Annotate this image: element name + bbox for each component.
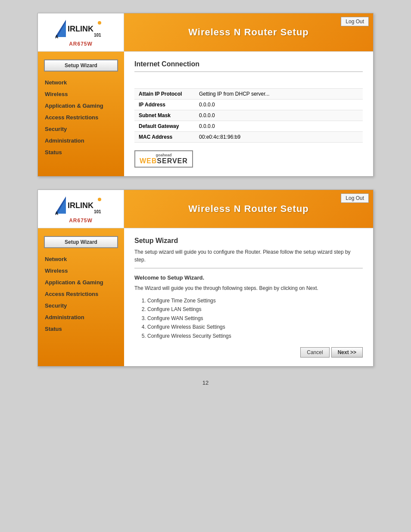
header-title: Wireless N Router Setup	[188, 27, 309, 38]
svg-point-3	[98, 21, 101, 25]
row-label: Default Gateway	[134, 121, 195, 132]
header-title-area-2: Log Out Wireless N Router Setup	[124, 190, 373, 228]
next-button[interactable]: Next >>	[331, 347, 363, 358]
panel-2-body: Setup Wizard Network Wireless Applicatio…	[38, 228, 373, 366]
airlink-logo: IRLINK 101 A	[53, 18, 109, 39]
row-value: 0.0.0.0	[195, 110, 363, 121]
svg-text:101: 101	[94, 209, 101, 214]
sidebar-2-security[interactable]: Security	[38, 300, 124, 311]
wizard-step-2: Configure LAN Settings	[147, 305, 363, 314]
setup-wizard-btn[interactable]: Setup Wizard	[44, 59, 118, 72]
wizard-steps-list: Configure Time Zone Settings Configure L…	[134, 296, 363, 340]
svg-text:101: 101	[94, 33, 101, 37]
panel-1-header: IRLINK 101 A AR675W Log Out Wireless N R…	[38, 13, 373, 52]
row-label: IP Address	[134, 100, 195, 110]
sidebar-item-admin[interactable]: Administration	[38, 135, 124, 146]
wizard-step-5: Configure Wireless Security Settings	[147, 332, 363, 340]
goahead-label: goahead	[140, 153, 188, 157]
wizard-description: The setup wizard will guide you to confi…	[134, 248, 363, 264]
row-label: MAC Address	[134, 132, 195, 143]
sidebar-2-network[interactable]: Network	[38, 253, 124, 265]
wizard-welcome: Welcome to Setup Wizard.	[134, 274, 363, 281]
panel-2: IRLINK 101 A AR675W Log Out Wireless N R…	[37, 190, 374, 367]
svg-marker-1	[57, 22, 66, 37]
sidebar-2-status[interactable]: Status	[38, 323, 124, 335]
panel-1-body: Setup Wizard Network Wireless Applicatio…	[38, 52, 373, 176]
svg-point-9	[98, 198, 101, 201]
content-title-2: Setup Wizard	[134, 237, 363, 245]
header-title-2: Wireless N Router Setup	[188, 203, 309, 215]
model-label-2: AR675W	[69, 218, 93, 224]
svg-text:A: A	[55, 34, 58, 39]
sidebar-item-access[interactable]: Access Restrictions	[38, 112, 124, 123]
divider-2	[134, 268, 363, 268]
sidebar-2-wireless[interactable]: Wireless	[38, 265, 124, 277]
webserver-badge-container: goahead WEBSERVER	[134, 143, 363, 168]
sidebar-item-network[interactable]: Network	[38, 77, 124, 88]
content-1: Internet Connection WAN Configuration At…	[124, 52, 373, 176]
sidebar-2-access[interactable]: Access Restrictions	[38, 288, 124, 300]
logout-button[interactable]: Log Out	[341, 17, 369, 26]
row-value: 00:e0:4c:81:96:b9	[195, 132, 363, 143]
web-text: WEB	[140, 157, 157, 165]
server-text-part: SERVER	[157, 157, 188, 165]
cancel-button[interactable]: Cancel	[300, 347, 329, 358]
svg-marker-7	[57, 199, 66, 214]
row-label: Subnet Mask	[134, 110, 195, 121]
row-value: Getting IP from DHCP server...	[195, 89, 363, 100]
wan-header-cell: WAN Configuration	[134, 78, 363, 89]
panel-1: IRLINK 101 A AR675W Log Out Wireless N R…	[37, 13, 374, 177]
svg-text:A: A	[55, 211, 58, 216]
row-value: 0.0.0.0	[195, 100, 363, 110]
row-label: Attain IP Protocol	[134, 89, 195, 100]
wan-table-header: WAN Configuration	[134, 78, 363, 89]
content-2: Setup Wizard The setup wizard will guide…	[124, 228, 373, 366]
logo-area-2: IRLINK 101 A AR675W	[38, 190, 124, 228]
setup-wizard-btn-2[interactable]: Setup Wizard	[44, 236, 118, 248]
wizard-intro: The Wizard will guide you the through fo…	[134, 284, 363, 292]
table-row: Subnet Mask 0.0.0.0	[134, 110, 363, 121]
logo-area: IRLINK 101 A AR675W	[38, 13, 124, 51]
svg-text:IRLINK: IRLINK	[68, 201, 93, 210]
sidebar-item-security[interactable]: Security	[38, 123, 124, 135]
table-row: MAC Address 00:e0:4c:81:96:b9	[134, 132, 363, 143]
sidebar-2-appgaming[interactable]: Application & Gaming	[38, 277, 124, 288]
airlink-logo-2: IRLINK 101 A	[53, 194, 109, 216]
model-label: AR675W	[69, 41, 93, 47]
table-row: IP Address 0.0.0.0	[134, 100, 363, 110]
wizard-step-1: Configure Time Zone Settings	[147, 296, 363, 305]
svg-text:IRLINK: IRLINK	[68, 25, 93, 33]
sidebar-item-status[interactable]: Status	[38, 146, 124, 158]
webserver-badge: goahead WEBSERVER	[134, 150, 193, 168]
wan-table: WAN Configuration Attain IP Protocol Get…	[134, 78, 363, 143]
table-row: Attain IP Protocol Getting IP from DHCP …	[134, 89, 363, 100]
wizard-buttons: Cancel Next >>	[134, 347, 363, 358]
logout-button-2[interactable]: Log Out	[341, 193, 369, 203]
panel-2-header: IRLINK 101 A AR675W Log Out Wireless N R…	[38, 190, 373, 228]
wizard-step-4: Configure Wireless Basic Settings	[147, 323, 363, 331]
page-number: 12	[202, 380, 209, 386]
divider-1	[134, 72, 363, 72]
sidebar-1: Setup Wizard Network Wireless Applicatio…	[38, 52, 124, 176]
sidebar-2-admin[interactable]: Administration	[38, 311, 124, 323]
header-title-area: Log Out Wireless N Router Setup	[124, 13, 373, 51]
sidebar-item-appgaming[interactable]: Application & Gaming	[38, 100, 124, 112]
table-row: Default Gateway 0.0.0.0	[134, 121, 363, 132]
content-title-1: Internet Connection	[134, 60, 363, 68]
row-value: 0.0.0.0	[195, 121, 363, 132]
wizard-step-3: Configure WAN Settings	[147, 314, 363, 323]
sidebar-2: Setup Wizard Network Wireless Applicatio…	[38, 228, 124, 366]
webserver-text: WEBSERVER	[140, 157, 188, 165]
sidebar-item-wireless[interactable]: Wireless	[38, 88, 124, 100]
